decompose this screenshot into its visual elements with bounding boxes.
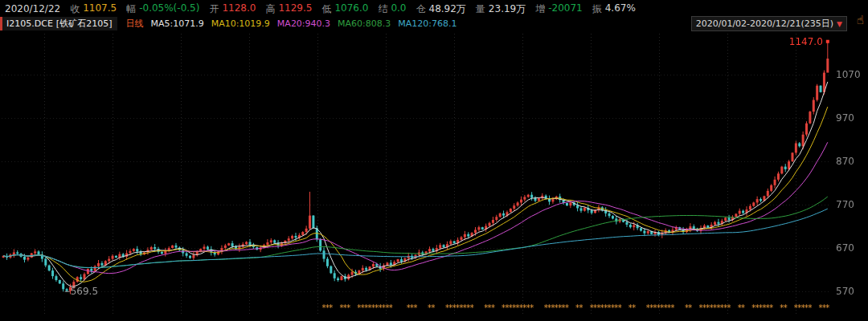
quote-field-value: 1076.0 (334, 2, 368, 16)
ma-label: MA20:940.3 (277, 18, 330, 29)
quote-field-value: 4.67% (605, 2, 636, 16)
caret-down-icon: ▼ (837, 20, 842, 28)
period-label[interactable]: 日线 (125, 18, 143, 30)
chart-toolbar: I2105.DCE [铁矿石2105] 日线 MA5:1071.9MA10:10… (0, 17, 465, 30)
quote-field: 量23.19万 (476, 2, 526, 16)
ma-label: MA60:808.3 (338, 18, 391, 29)
quote-field-label: 高 (265, 2, 275, 16)
quote-field-value: 1129.5 (278, 2, 312, 16)
pointer-hand-icon[interactable]: ☝ (857, 14, 864, 26)
quote-field: 低1076.0 (321, 2, 368, 16)
quote-field-label: 幅 (126, 2, 136, 16)
quote-field-label: 开 (209, 2, 219, 16)
quote-fields: 收1107.5幅-0.05%(-0.5)开1128.0高1129.5低1076.… (70, 2, 636, 16)
quote-field-label: 低 (321, 2, 331, 16)
quote-bar: 2020/12/22 收1107.5幅-0.05%(-0.5)开1128.0高1… (5, 2, 636, 16)
quote-field-label: 振 (592, 2, 602, 16)
quote-field-value: 48.92万 (429, 2, 466, 16)
ma-label: MA120:768.1 (398, 18, 457, 29)
quote-field-label: 仓 (416, 2, 426, 16)
quote-field: 结0.0 (378, 2, 406, 16)
quote-field: 高1129.5 (265, 2, 312, 16)
quote-field: 开1128.0 (209, 2, 256, 16)
quote-field-label: 增 (535, 2, 545, 16)
quote-field-value: 1128.0 (222, 2, 256, 16)
ma-readouts: MA5:1071.9MA10:1019.9MA20:940.3MA60:808.… (150, 18, 464, 29)
range-text: 2020/01/02-2020/12/21(235日) (696, 18, 833, 30)
quote-field: 增-20071 (535, 2, 583, 16)
quote-field-label: 收 (70, 2, 80, 16)
quote-field: 收1107.5 (70, 2, 117, 16)
quote-field-value: 23.19万 (489, 2, 526, 16)
range-selector[interactable]: 2020/01/02-2020/12/21(235日) ▼ (691, 16, 847, 31)
ma-label: MA5:1071.9 (150, 18, 203, 29)
candlestick-chart[interactable] (0, 32, 868, 321)
quote-field-value: -0.05%(-0.5) (139, 2, 199, 16)
quote-field-value: 0.0 (391, 2, 406, 16)
symbol-code: I2105.DCE (6, 18, 53, 29)
quote-field: 仓48.92万 (416, 2, 466, 16)
quote-field: 振4.67% (592, 2, 636, 16)
quote-field-label: 量 (476, 2, 485, 16)
quote-field-label: 结 (378, 2, 387, 16)
ma-label: MA10:1019.9 (211, 18, 270, 29)
quote-date: 2020/12/22 (5, 3, 60, 14)
quote-field-value: -20071 (548, 2, 583, 16)
symbol-tab[interactable]: I2105.DCE [铁矿石2105] (0, 17, 117, 30)
quote-field: 幅-0.05%(-0.5) (126, 2, 199, 16)
symbol-name: [铁矿石2105] (56, 18, 113, 30)
quote-field-value: 1107.5 (83, 2, 117, 16)
